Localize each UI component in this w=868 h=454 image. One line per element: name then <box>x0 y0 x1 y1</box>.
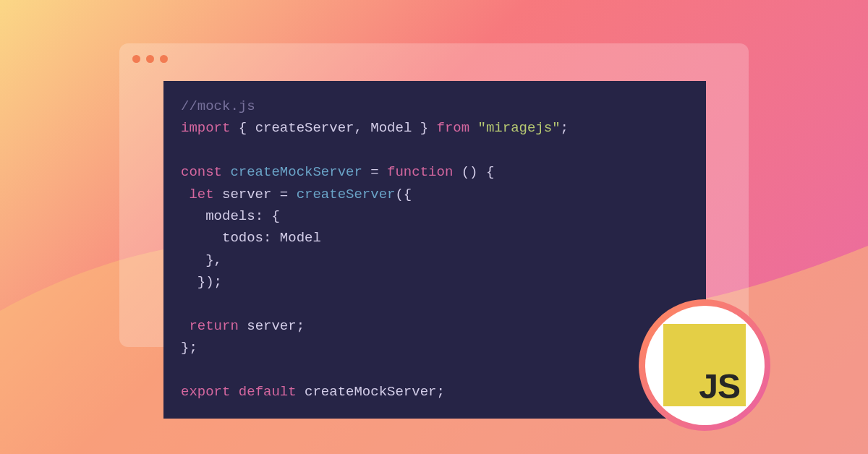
js-logo-badge: JS <box>639 299 770 431</box>
traffic-light-yellow-icon <box>146 55 154 63</box>
code-comment: //mock.js <box>181 98 255 114</box>
code-editor: //mock.js import { createServer, Model }… <box>163 81 706 419</box>
window-traffic-lights <box>132 55 736 63</box>
js-logo-icon: JS <box>663 324 746 406</box>
js-logo-badge-inner: JS <box>645 306 765 425</box>
traffic-light-red-icon <box>132 55 140 63</box>
js-logo-text: JS <box>699 367 740 406</box>
traffic-light-green-icon <box>160 55 168 63</box>
code-kw-import: import <box>181 120 230 136</box>
